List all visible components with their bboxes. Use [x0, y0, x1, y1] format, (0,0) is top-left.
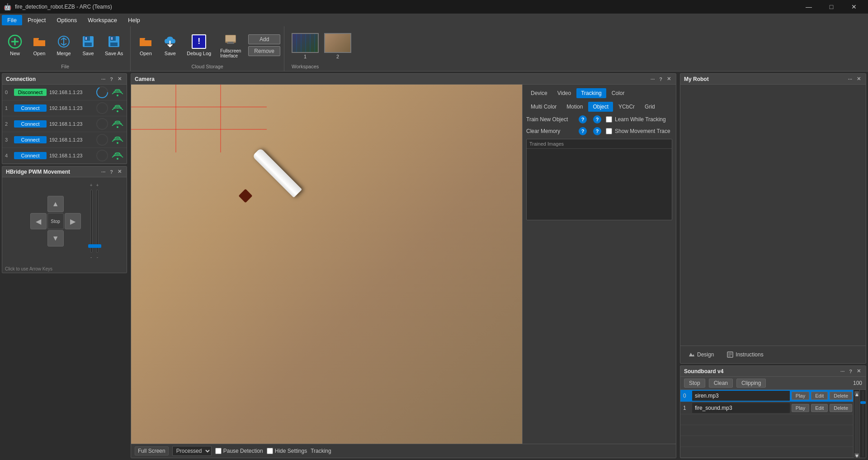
- dpad-down-btn[interactable]: ▼: [47, 230, 64, 247]
- design-icon: [688, 351, 695, 358]
- robot-tab-design[interactable]: Design: [683, 349, 719, 360]
- save-button[interactable]: Save: [77, 33, 99, 58]
- sb-clean-button[interactable]: Clean: [709, 379, 733, 388]
- subtab-ycbcr[interactable]: YCbCr: [614, 102, 639, 112]
- soundboard-more-btn[interactable]: ···: [839, 368, 846, 375]
- menu-help[interactable]: Help: [123, 15, 146, 25]
- sb-edit-0[interactable]: Edit: [811, 392, 828, 400]
- connect-btn-4[interactable]: Connect: [14, 152, 47, 159]
- fullscreen-button[interactable]: FullscreenInterface: [217, 30, 245, 60]
- new-icon: [8, 34, 22, 49]
- full-screen-button[interactable]: Full Screen: [135, 446, 169, 455]
- hbridge-help-btn[interactable]: ?: [108, 169, 114, 175]
- soundboard-help-btn[interactable]: ?: [848, 368, 854, 375]
- tab-device[interactable]: Device: [526, 88, 552, 98]
- hbridge-close-btn[interactable]: ✕: [116, 168, 123, 175]
- dpad-right-btn[interactable]: ▶: [65, 213, 81, 229]
- conn-ip-2: 192.168.1.1:23: [49, 121, 93, 127]
- sb-delete-0[interactable]: Delete: [830, 392, 852, 400]
- hide-settings-checkbox-row: Hide Settings: [267, 448, 307, 454]
- add-button[interactable]: Add: [248, 34, 280, 44]
- subtab-object[interactable]: Object: [588, 102, 613, 112]
- connection-more-btn[interactable]: ···: [100, 76, 107, 82]
- connection-close-btn[interactable]: ✕: [116, 76, 123, 82]
- maximize-button[interactable]: □: [821, 0, 842, 14]
- movement-help-btn[interactable]: ?: [593, 127, 601, 135]
- myrobot-more-btn[interactable]: ···: [847, 76, 854, 82]
- debug-log-button[interactable]: ! Debug Log: [183, 33, 215, 58]
- sb-delete-1[interactable]: Delete: [830, 404, 852, 412]
- train-new-object-help[interactable]: ?: [579, 115, 587, 123]
- menu-options[interactable]: Options: [51, 15, 82, 25]
- train-new-object-label: Train New Object: [526, 116, 576, 123]
- robot-content: [680, 85, 866, 346]
- connection-row-3: 3 Connect 192.168.1.1:23: [2, 132, 127, 148]
- slider-1-min: -: [90, 255, 92, 260]
- subtab-motion[interactable]: Motion: [562, 102, 587, 112]
- sb-stop-button[interactable]: Stop: [684, 379, 705, 388]
- sb-edit-1[interactable]: Edit: [811, 404, 828, 412]
- open-button[interactable]: Open: [28, 33, 51, 58]
- hbridge-more-btn[interactable]: ···: [100, 169, 107, 175]
- slider-1-track[interactable]: [90, 190, 92, 253]
- slider-2-track[interactable]: [96, 190, 98, 253]
- camera-help-btn[interactable]: ?: [658, 76, 664, 82]
- subtab-grid[interactable]: Grid: [640, 102, 660, 112]
- pause-detection-checkbox[interactable]: [215, 448, 222, 454]
- menu-project[interactable]: Project: [22, 15, 51, 25]
- sb-scroll-down-btn[interactable]: ▼: [854, 453, 859, 457]
- clear-memory-help[interactable]: ?: [579, 127, 587, 135]
- learn-help-btn[interactable]: ?: [593, 115, 601, 123]
- menu-workspace[interactable]: Workspace: [82, 15, 123, 25]
- camera-more-btn[interactable]: ···: [649, 76, 656, 82]
- disconnect-btn-0[interactable]: Disconnect: [14, 89, 47, 96]
- myrobot-close-btn[interactable]: ✕: [855, 76, 862, 82]
- soundboard-toolbar: Stop Clean Clipping 100: [680, 377, 866, 390]
- soundboard-title: Soundboard v4: [684, 368, 723, 375]
- close-button[interactable]: ✕: [844, 0, 864, 14]
- sb-play-0[interactable]: Play: [792, 392, 809, 400]
- show-movement-trace-checkbox[interactable]: [606, 128, 612, 134]
- robot-tab-instructions[interactable]: Instructions: [722, 349, 768, 360]
- soundboard-close-btn[interactable]: ✕: [855, 368, 862, 375]
- cloud-save-button[interactable]: Save: [159, 33, 181, 58]
- camera-close-btn[interactable]: ✕: [665, 76, 672, 82]
- connect-btn-1[interactable]: Connect: [14, 104, 47, 112]
- menu-file[interactable]: File: [2, 15, 22, 25]
- dpad-stop-btn[interactable]: Stop: [47, 213, 64, 229]
- sb-scroll-up-btn[interactable]: ▲: [854, 391, 859, 396]
- minimize-button[interactable]: —: [798, 0, 819, 14]
- dpad-left-btn[interactable]: ◀: [30, 213, 47, 229]
- cloud-open-button[interactable]: Open: [134, 33, 157, 58]
- view-select[interactable]: Processed Original Threshold: [172, 446, 212, 456]
- merge-button[interactable]: Merge: [52, 33, 75, 58]
- remove-button[interactable]: Remove: [248, 46, 280, 56]
- connect-btn-2[interactable]: Connect: [14, 120, 47, 128]
- sb-volume-display: 100: [853, 380, 862, 386]
- soundboard-scrollbar[interactable]: ▲ ▼: [853, 390, 859, 458]
- camera-object-body: [252, 148, 302, 198]
- conn-dial-4: [96, 149, 108, 162]
- soundboard-volume-slider[interactable]: [859, 390, 866, 458]
- hbridge-panel: HBridge PWM Movement ··· ? ✕ ▲ ◀ Stop ▶: [2, 166, 127, 273]
- svg-rect-3: [33, 38, 39, 39]
- connect-btn-3[interactable]: Connect: [14, 136, 47, 143]
- learn-while-tracking-checkbox[interactable]: [606, 116, 612, 123]
- tab-color[interactable]: Color: [607, 88, 629, 98]
- dpad: ▲ ◀ Stop ▶ ▼: [30, 196, 81, 247]
- dpad-up-btn[interactable]: ▲: [47, 196, 64, 212]
- cloud-save-label: Save: [165, 51, 176, 56]
- workspace-1-thumb[interactable]: 1: [292, 33, 319, 59]
- center-panel: Camera ··· ? ✕: [129, 71, 678, 460]
- sb-play-1[interactable]: Play: [792, 404, 809, 412]
- tab-video[interactable]: Video: [553, 88, 576, 98]
- save-as-button[interactable]: Save As: [101, 33, 127, 58]
- connection-help-btn[interactable]: ?: [108, 76, 114, 82]
- sb-clipping-button[interactable]: Clipping: [736, 379, 766, 388]
- workspace-2-thumb[interactable]: 2: [324, 33, 351, 59]
- new-button[interactable]: New: [4, 33, 26, 58]
- hide-settings-checkbox[interactable]: [267, 448, 273, 454]
- right-panel: My Robot ··· ✕ Design: [678, 71, 868, 460]
- subtab-multicolor[interactable]: Multi Color: [526, 102, 561, 112]
- tab-tracking[interactable]: Tracking: [576, 88, 606, 98]
